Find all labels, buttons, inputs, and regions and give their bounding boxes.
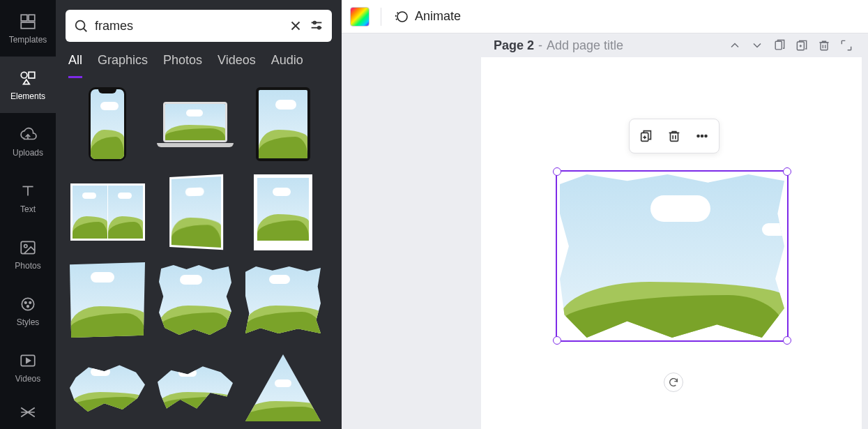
resize-handle-bl[interactable]: [553, 336, 561, 345]
elements-icon: [19, 69, 37, 87]
svg-rect-20: [671, 133, 678, 141]
svg-point-10: [27, 306, 29, 308]
rail-item-uploads[interactable]: Uploads: [0, 113, 56, 170]
search-input[interactable]: [93, 18, 283, 34]
selection-box[interactable]: [556, 170, 789, 342]
rail-label: Photos: [15, 261, 40, 271]
rail-label: Videos: [15, 374, 40, 384]
svg-point-8: [24, 301, 26, 303]
frame-result-triangle[interactable]: [244, 349, 322, 427]
frame-result-brush-square-1[interactable]: [68, 261, 146, 339]
resize-handle-tr[interactable]: [783, 167, 791, 176]
more-icon: [19, 403, 37, 421]
svg-point-12: [76, 21, 85, 30]
svg-rect-2: [21, 22, 35, 29]
frame-result-laptop[interactable]: [156, 85, 234, 163]
frame-result-brush-blob-2[interactable]: [156, 349, 234, 427]
svg-rect-5: [21, 241, 35, 253]
tab-all[interactable]: All: [68, 53, 82, 78]
styles-icon: [19, 295, 37, 313]
rail-item-elements[interactable]: Elements: [0, 57, 56, 113]
search-box: [66, 10, 332, 42]
rail-item-styles[interactable]: Styles: [0, 283, 56, 339]
left-rail: Templates Elements Uploads Text Photos S…: [0, 0, 56, 429]
tab-photos[interactable]: Photos: [163, 53, 202, 78]
frame-result-book-3d[interactable]: [156, 173, 234, 251]
clear-search-icon[interactable]: [287, 17, 304, 34]
delete-button[interactable]: [662, 123, 687, 149]
svg-rect-1: [29, 15, 35, 21]
svg-point-9: [29, 301, 31, 303]
svg-rect-4: [29, 72, 35, 78]
frame-result-brush-blob-1[interactable]: [68, 349, 146, 427]
more-options-button[interactable]: [690, 123, 715, 149]
page-duplicate-icon[interactable]: [793, 36, 811, 54]
svg-point-21: [697, 135, 699, 137]
animate-label: Animate: [415, 9, 461, 24]
rail-label: Templates: [9, 35, 47, 45]
search-icon: [73, 17, 89, 34]
rail-label: Elements: [10, 91, 45, 101]
elements-panel: All Graphics Photos Videos Audio: [56, 0, 342, 429]
sync-indicator[interactable]: [664, 372, 683, 392]
results-grid: [68, 85, 329, 427]
frame-result-phone[interactable]: [68, 85, 146, 163]
animate-icon: [393, 8, 409, 25]
svg-point-6: [24, 245, 27, 248]
rail-item-templates[interactable]: Templates: [0, 0, 56, 57]
resize-handle-br[interactable]: [783, 336, 791, 345]
results-grid-wrapper: [56, 78, 342, 429]
element-floating-toolbar: [629, 119, 719, 153]
svg-rect-18: [821, 43, 828, 50]
uploads-icon: [19, 126, 37, 144]
page-separator: -: [538, 38, 542, 53]
page-expand-icon[interactable]: [837, 36, 855, 54]
sync-icon: [668, 377, 679, 388]
duplicate-button[interactable]: [634, 123, 659, 149]
svg-point-15: [397, 12, 407, 22]
svg-point-22: [701, 135, 703, 137]
editor-topbar: Animate: [342, 0, 868, 33]
frame-result-book-open[interactable]: [68, 173, 146, 251]
rail-item-more[interactable]: [0, 396, 56, 429]
page-nav-down[interactable]: [748, 36, 766, 54]
selected-brush-frame[interactable]: [560, 174, 784, 338]
frame-result-polaroid[interactable]: [244, 173, 322, 251]
frame-result-brush-square-2[interactable]: [244, 261, 322, 339]
rail-label: Text: [20, 204, 36, 214]
resize-handle-tl[interactable]: [553, 167, 561, 176]
page-delete-icon[interactable]: [815, 36, 833, 54]
rail-label: Styles: [17, 317, 40, 327]
color-picker-swatch[interactable]: [350, 7, 370, 27]
filter-tabs: All Graphics Photos Videos Audio: [56, 47, 342, 78]
tab-graphics[interactable]: Graphics: [98, 53, 148, 78]
rail-item-videos[interactable]: Videos: [0, 339, 56, 396]
rail-label: Uploads: [13, 148, 43, 158]
page-bar: Page 2 - Add page title: [481, 33, 868, 57]
tab-audio[interactable]: Audio: [271, 53, 303, 78]
filter-icon[interactable]: [308, 17, 325, 34]
frame-result-rough-edge[interactable]: [156, 261, 234, 339]
page-copy-icon[interactable]: [770, 36, 789, 54]
canvas-stage[interactable]: [342, 57, 868, 429]
templates-icon: [19, 13, 37, 31]
rail-item-text[interactable]: Text: [0, 170, 56, 226]
animate-button[interactable]: Animate: [393, 8, 461, 25]
search-row: [56, 0, 342, 47]
divider: [381, 8, 381, 26]
svg-rect-0: [21, 15, 27, 21]
photos-icon: [19, 239, 37, 257]
svg-point-23: [705, 135, 707, 137]
videos-icon: [19, 352, 37, 370]
canvas-area: Animate Page 2 - Add page title: [342, 0, 868, 429]
svg-rect-16: [775, 41, 782, 50]
page-title-placeholder[interactable]: Add page title: [547, 38, 623, 53]
page-nav-up[interactable]: [726, 36, 744, 54]
frame-result-tablet[interactable]: [244, 85, 322, 163]
text-icon: [19, 182, 37, 200]
page-number-label: Page 2: [494, 38, 534, 53]
svg-point-3: [21, 72, 27, 78]
tab-videos[interactable]: Videos: [218, 53, 256, 78]
rail-item-photos[interactable]: Photos: [0, 226, 56, 283]
svg-point-7: [22, 298, 33, 310]
